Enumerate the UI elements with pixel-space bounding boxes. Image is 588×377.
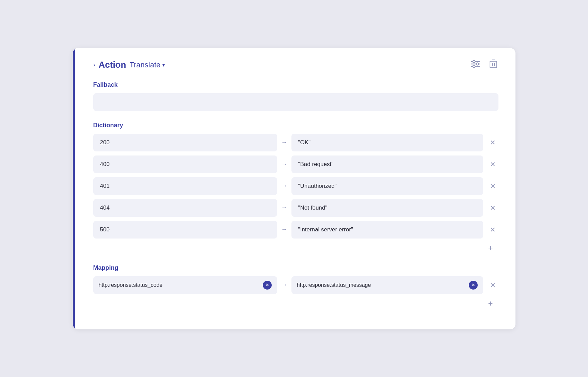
mapping-key-0[interactable]: http.response.status_code ✕ [93, 276, 277, 294]
dict-add-button[interactable]: + [485, 243, 495, 253]
mapping-remove-button-0[interactable]: ✕ [487, 280, 498, 290]
delete-button[interactable] [488, 58, 498, 72]
header-left: › Action Translate ▾ [93, 60, 165, 70]
mapping-key-text-0: http.response.status_code [99, 282, 259, 288]
dict-row: 401 → "Unauthorized" ✕ [93, 177, 498, 195]
dict-key-2[interactable]: 401 [93, 177, 277, 195]
mapping-label: Mapping [93, 264, 498, 272]
dict-remove-button-0[interactable]: ✕ [487, 138, 498, 147]
clear-badge-icon: ✕ [266, 283, 269, 287]
mapping-value-text-0: http.response.status_message [297, 282, 465, 288]
dictionary-label: Dictionary [93, 122, 498, 129]
dict-value-text-0: "OK" [298, 139, 311, 146]
fallback-section: Fallback [93, 81, 498, 111]
dict-key-text-1: 400 [100, 161, 110, 168]
dict-row: 200 → "OK" ✕ [93, 134, 498, 151]
header: › Action Translate ▾ [93, 58, 498, 72]
dict-value-1[interactable]: "Bad request" [291, 155, 483, 173]
dict-row: 400 → "Bad request" ✕ [93, 155, 498, 173]
header-right [470, 58, 498, 72]
dict-key-1[interactable]: 400 [93, 155, 277, 173]
collapse-chevron-icon[interactable]: › [93, 61, 95, 68]
dict-value-text-4: "Internal server error" [298, 226, 353, 233]
filter-icon [471, 60, 480, 68]
dict-key-text-4: 500 [100, 226, 110, 233]
dict-row: 404 → "Not found" ✕ [93, 199, 498, 217]
mapping-row-0: http.response.status_code ✕ → http.respo… [93, 276, 498, 294]
arrow-icon-3: → [281, 204, 287, 211]
clear-badge-icon-2: ✕ [472, 283, 475, 287]
mapping-key-clear-badge-0[interactable]: ✕ [263, 281, 272, 290]
svg-rect-6 [490, 61, 497, 68]
dictionary-section: Dictionary 200 → "OK" ✕ 400 → "Bad r [93, 122, 498, 253]
delete-icon [490, 60, 497, 68]
translate-label: Translate [129, 61, 160, 69]
svg-point-5 [473, 65, 475, 67]
dict-remove-button-2[interactable]: ✕ [487, 181, 498, 191]
arrow-icon-0: → [281, 139, 287, 146]
mapping-arrow-icon-0: → [281, 281, 287, 289]
dict-row: 500 → "Internal server error" ✕ [93, 221, 498, 239]
action-title: Action [99, 60, 126, 70]
dict-remove-button-3[interactable]: ✕ [487, 203, 498, 213]
mapping-value-clear-badge-0[interactable]: ✕ [469, 281, 478, 290]
dict-key-3[interactable]: 404 [93, 199, 277, 217]
dropdown-arrow-icon: ▾ [162, 62, 165, 68]
dict-value-text-2: "Unauthorized" [298, 183, 337, 190]
dict-value-2[interactable]: "Unauthorized" [291, 177, 483, 195]
arrow-icon-2: → [281, 182, 287, 190]
svg-point-3 [473, 60, 475, 63]
fallback-label: Fallback [93, 81, 498, 88]
filter-button[interactable] [470, 59, 481, 71]
dict-key-text-0: 200 [100, 139, 110, 146]
arrow-icon-4: → [281, 226, 287, 233]
dict-value-3[interactable]: "Not found" [291, 199, 483, 217]
arrow-icon-1: → [281, 161, 287, 168]
dict-value-text-3: "Not found" [298, 204, 328, 211]
dict-value-text-1: "Bad request" [298, 161, 334, 168]
translate-dropdown[interactable]: Translate ▾ [129, 61, 165, 69]
dict-remove-button-4[interactable]: ✕ [487, 225, 498, 234]
mapping-add-button[interactable]: + [485, 298, 495, 309]
dict-add-row: + [93, 243, 498, 253]
dict-key-text-2: 401 [100, 183, 110, 190]
mapping-section: Mapping http.response.status_code ✕ → ht… [93, 264, 498, 309]
svg-point-4 [476, 63, 478, 65]
action-card: › Action Translate ▾ [73, 48, 515, 329]
dict-remove-button-1[interactable]: ✕ [487, 160, 498, 169]
fallback-input[interactable] [93, 93, 498, 111]
dict-value-4[interactable]: "Internal server error" [291, 221, 483, 239]
dict-key-4[interactable]: 500 [93, 221, 277, 239]
left-accent-border [73, 48, 75, 329]
mapping-value-0[interactable]: http.response.status_message ✕ [291, 276, 483, 294]
dict-key-0[interactable]: 200 [93, 134, 277, 151]
dict-key-text-3: 404 [100, 204, 110, 211]
dict-value-0[interactable]: "OK" [291, 134, 483, 151]
mapping-add-row: + [93, 298, 498, 309]
